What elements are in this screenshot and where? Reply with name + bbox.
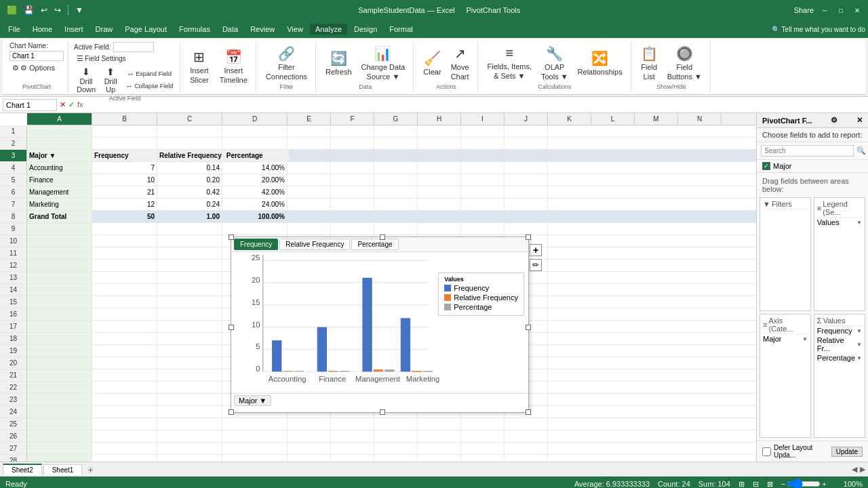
cell-g5[interactable] xyxy=(374,174,418,186)
cell-b5[interactable]: 10 xyxy=(92,174,157,186)
formula-input[interactable] xyxy=(86,101,865,109)
cell-j3[interactable] xyxy=(507,150,550,161)
panel-values-pct[interactable]: Percentage ▼ xyxy=(816,353,863,363)
panel-values-frequency[interactable]: Frequency ▼ xyxy=(816,326,863,336)
chart-tab-relative-frequency[interactable]: Relative Frequency xyxy=(279,239,350,250)
col-header-h[interactable]: H xyxy=(418,113,461,125)
cell-b6[interactable]: 21 xyxy=(92,186,157,198)
cell-j4[interactable] xyxy=(505,162,548,174)
col-header-j[interactable]: J xyxy=(505,113,548,125)
cell-j2[interactable] xyxy=(505,138,548,149)
relationships-button[interactable]: 🔀 Relationships xyxy=(574,47,627,79)
active-field-input[interactable] xyxy=(113,42,154,52)
field-list-button[interactable]: 📋 Field List xyxy=(637,43,662,83)
minimize-button[interactable]: ─ xyxy=(819,5,830,16)
refresh-button[interactable]: 🔄 Refresh xyxy=(321,47,356,79)
cell-e2[interactable] xyxy=(288,138,331,149)
close-button[interactable]: ✕ xyxy=(852,5,863,16)
chart-edit-button[interactable]: ✏ xyxy=(530,259,542,271)
cell-j8[interactable] xyxy=(505,211,548,222)
menu-data[interactable]: Data xyxy=(217,24,243,35)
cell-f3[interactable] xyxy=(333,150,376,161)
cell-d5[interactable]: 20.00% xyxy=(222,174,288,186)
menu-format[interactable]: Format xyxy=(384,24,418,35)
scroll-right-icon[interactable]: ▶ xyxy=(860,465,865,474)
field-settings-button[interactable]: ☰ Field Settings xyxy=(74,53,129,64)
filter-connections-button[interactable]: 🔗 Filter Connections xyxy=(262,43,311,83)
normal-view-icon[interactable]: ⊞ xyxy=(738,480,745,489)
values-pct-dropdown[interactable]: ▼ xyxy=(856,355,862,361)
cell-i5[interactable] xyxy=(461,174,505,186)
cell-a6[interactable]: Management xyxy=(27,186,92,198)
cell-c8[interactable]: 1.00 xyxy=(157,211,222,222)
chart-add-button[interactable]: + xyxy=(530,244,542,256)
cell-a4[interactable]: Accounting xyxy=(27,162,92,174)
cell-d4[interactable]: 14.00% xyxy=(222,162,288,174)
col-header-n[interactable]: N xyxy=(678,113,722,125)
cell-b3[interactable]: Frequency xyxy=(92,150,157,161)
chart-tab-percentage[interactable]: Percentage xyxy=(351,239,398,250)
cell-d7[interactable]: 24.00% xyxy=(222,199,288,210)
resize-handle-br[interactable] xyxy=(526,409,531,415)
insert-function-icon[interactable]: fx xyxy=(77,100,83,109)
resize-handle-tl[interactable] xyxy=(229,235,234,240)
col-header-d[interactable]: D xyxy=(222,113,288,125)
customize-icon[interactable]: ▼ xyxy=(74,4,85,16)
values-frequency-dropdown[interactable]: ▼ xyxy=(856,328,862,334)
cell-f1[interactable] xyxy=(331,125,374,137)
menu-page-layout[interactable]: Page Layout xyxy=(119,24,172,35)
cell-a5[interactable]: Finance xyxy=(27,174,92,186)
panel-settings-icon[interactable]: ⚙ xyxy=(831,116,837,125)
cell-e6[interactable] xyxy=(288,186,331,198)
menu-file[interactable]: File xyxy=(3,24,26,35)
field-item-major[interactable]: ✓ Major xyxy=(757,160,868,172)
cell-j5[interactable] xyxy=(505,174,548,186)
insert-slicer-button[interactable]: ⊞ Insert Slicer xyxy=(186,46,213,87)
sheet-tab-sheet1[interactable]: Sheet1 xyxy=(43,464,83,475)
cell-j1[interactable] xyxy=(505,125,548,137)
zoom-slider[interactable]: − + xyxy=(781,479,835,488)
col-header-a[interactable]: A xyxy=(27,113,92,125)
options-button[interactable]: ⚙ ⚙ Options xyxy=(9,62,58,74)
resize-handle-tc[interactable] xyxy=(380,235,385,240)
drill-up-button[interactable]: ⬆ Drill Up xyxy=(101,65,120,95)
menu-design[interactable]: Design xyxy=(349,24,382,35)
update-button[interactable]: Update xyxy=(831,447,863,457)
cell-d1[interactable] xyxy=(222,125,288,137)
defer-layout-checkbox[interactable] xyxy=(762,447,771,456)
panel-search-input[interactable] xyxy=(761,145,854,157)
chart-tab-frequency[interactable]: Frequency xyxy=(234,239,278,250)
cell-a9[interactable] xyxy=(27,223,92,235)
cell-i8[interactable] xyxy=(461,211,505,222)
cell-f4[interactable] xyxy=(331,162,374,174)
cell-b7[interactable]: 12 xyxy=(92,199,157,210)
zoom-range[interactable] xyxy=(787,479,821,488)
cell-d8[interactable]: 100.00% xyxy=(222,211,288,222)
values-relfreq-dropdown[interactable]: ▼ xyxy=(856,342,862,348)
zoom-in-icon[interactable]: + xyxy=(822,480,826,488)
panel-values-relfreq[interactable]: Relative Fr... ▼ xyxy=(816,336,863,353)
col-header-i[interactable]: I xyxy=(461,113,505,125)
cell-e8[interactable] xyxy=(288,211,331,222)
zoom-out-icon[interactable]: − xyxy=(781,480,785,488)
cell-b8[interactable]: 50 xyxy=(92,211,157,222)
axis-major-dropdown[interactable]: ▼ xyxy=(802,336,808,342)
cell-j6[interactable] xyxy=(505,186,548,198)
panel-close-icon[interactable]: ✕ xyxy=(856,116,863,125)
menu-view[interactable]: View xyxy=(281,24,309,35)
share-button[interactable]: Share xyxy=(794,6,814,14)
add-sheet-button[interactable]: + xyxy=(83,463,97,476)
cell-i2[interactable] xyxy=(461,138,505,149)
cell-e4[interactable] xyxy=(288,162,331,174)
cell-i3[interactable] xyxy=(463,150,507,161)
move-chart-button[interactable]: ↗ Move Chart xyxy=(447,43,473,83)
cell-a7[interactable]: Marketing xyxy=(27,199,92,210)
cell-h7[interactable] xyxy=(418,199,461,210)
cell-c5[interactable]: 0.20 xyxy=(157,174,222,186)
fields-items-sets-button[interactable]: ≡ Fields, Items, & Sets ▼ xyxy=(484,43,536,83)
redo-icon[interactable]: ↪ xyxy=(53,4,62,16)
col-header-m[interactable]: M xyxy=(635,113,678,125)
clear-button[interactable]: 🧹 Clear xyxy=(419,47,445,79)
cell-h5[interactable] xyxy=(418,174,461,186)
cell-h8[interactable] xyxy=(418,211,461,222)
